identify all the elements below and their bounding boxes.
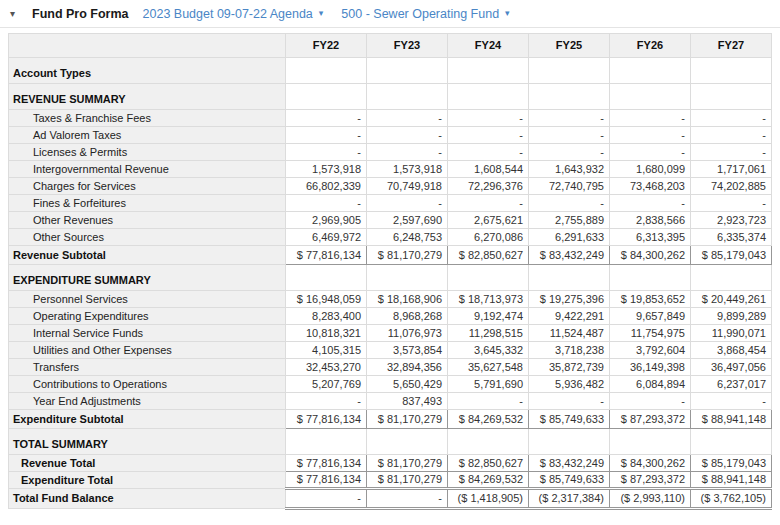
data-cell: $ 85,179,043 [691, 246, 772, 265]
row-label: Expenditure Total [9, 472, 286, 489]
row-label: Account Types [9, 58, 286, 84]
data-cell: $ 88,941,148 [691, 472, 772, 489]
column-header-fy26: FY26 [610, 34, 691, 58]
column-header-fy23: FY23 [367, 34, 448, 58]
table-row: REVENUE SUMMARY [9, 84, 772, 110]
data-cell: 35,872,739 [529, 359, 610, 376]
data-cell: - [610, 110, 691, 127]
data-cell: 11,754,975 [610, 325, 691, 342]
budget-selector-dropdown[interactable]: 2023 Budget 09-07-22 Agenda ▾ [143, 7, 324, 21]
data-cell: $ 20,449,261 [691, 291, 772, 308]
data-cell: 3,792,604 [610, 342, 691, 359]
data-cell: 72,296,376 [448, 178, 529, 195]
data-cell: - [691, 127, 772, 144]
table-row: Other Revenues2,969,9052,597,6902,675,62… [9, 212, 772, 229]
table-body: Account TypesREVENUE SUMMARYTaxes & Fran… [9, 58, 772, 509]
table-row: Licenses & Permits------ [9, 144, 772, 161]
data-cell: 4,105,315 [286, 342, 367, 359]
data-cell: - [610, 127, 691, 144]
fund-selector-dropdown[interactable]: 500 - Sewer Operating Fund ▾ [341, 7, 509, 21]
data-cell [286, 84, 367, 110]
row-label: Other Revenues [9, 212, 286, 229]
data-cell: 11,076,973 [367, 325, 448, 342]
row-label: Other Sources [9, 229, 286, 246]
row-label: Intergovernmental Revenue [9, 161, 286, 178]
data-cell: $ 84,269,532 [448, 472, 529, 489]
data-cell: $ 85,749,633 [529, 472, 610, 489]
data-cell: 2,675,621 [448, 212, 529, 229]
data-cell: 2,838,566 [610, 212, 691, 229]
page-title: Fund Pro Forma [32, 7, 129, 21]
data-cell [286, 429, 367, 455]
data-cell: 36,497,056 [691, 359, 772, 376]
data-cell: 73,468,203 [610, 178, 691, 195]
data-cell: ($ 3,762,105) [691, 489, 772, 509]
data-cell: $ 84,300,262 [610, 246, 691, 265]
data-cell: 6,313,395 [610, 229, 691, 246]
data-cell [448, 58, 529, 84]
data-cell: $ 18,713,973 [448, 291, 529, 308]
table-row: Transfers32,453,27032,894,35635,627,5483… [9, 359, 772, 376]
row-label: Taxes & Franchise Fees [9, 110, 286, 127]
data-cell: $ 84,269,532 [448, 410, 529, 429]
data-cell [691, 429, 772, 455]
column-header-fy22: FY22 [286, 34, 367, 58]
data-cell: - [529, 393, 610, 410]
data-cell [529, 58, 610, 84]
data-cell: $ 82,850,627 [448, 246, 529, 265]
row-label: Transfers [9, 359, 286, 376]
data-cell: - [286, 144, 367, 161]
column-header-fy25: FY25 [529, 34, 610, 58]
data-cell: $ 19,853,652 [610, 291, 691, 308]
row-label: Ad Valorem Taxes [9, 127, 286, 144]
table-row: Operating Expenditures8,283,4008,968,268… [9, 308, 772, 325]
row-label: Expenditure Subtotal [9, 410, 286, 429]
table-row: Total Fund Balance--($ 1,418,905)($ 2,31… [9, 489, 772, 509]
table-row: EXPENDITURE SUMMARY [9, 265, 772, 291]
data-cell: $ 88,941,148 [691, 410, 772, 429]
data-cell: - [367, 489, 448, 509]
data-cell: ($ 2,317,384) [529, 489, 610, 509]
data-cell [286, 58, 367, 84]
table-row: Revenue Subtotal$ 77,816,134$ 81,170,279… [9, 246, 772, 265]
data-cell: 8,968,268 [367, 308, 448, 325]
data-cell: $ 19,275,396 [529, 291, 610, 308]
fund-pro-forma-table: FY22FY23FY24FY25FY26FY27 Account TypesRE… [8, 33, 772, 510]
row-label: Contributions to Operations [9, 376, 286, 393]
data-cell: $ 81,170,279 [367, 410, 448, 429]
data-cell: 2,969,905 [286, 212, 367, 229]
data-cell [367, 429, 448, 455]
data-cell: $ 16,948,059 [286, 291, 367, 308]
data-cell: 5,936,482 [529, 376, 610, 393]
data-cell: 9,192,474 [448, 308, 529, 325]
data-cell: 1,643,932 [529, 161, 610, 178]
table-row: Internal Service Funds10,818,32111,076,9… [9, 325, 772, 342]
data-cell: 8,283,400 [286, 308, 367, 325]
data-cell: 72,740,795 [529, 178, 610, 195]
row-label: Licenses & Permits [9, 144, 286, 161]
data-cell: 3,573,854 [367, 342, 448, 359]
data-cell: - [529, 144, 610, 161]
data-cell: $ 84,300,262 [610, 455, 691, 472]
table-row: Other Sources6,469,9726,248,7536,270,086… [9, 229, 772, 246]
collapse-caret-icon[interactable]: ▾ [10, 9, 24, 19]
data-cell: 5,207,769 [286, 376, 367, 393]
table-row: Expenditure Subtotal$ 77,816,134$ 81,170… [9, 410, 772, 429]
data-cell: 2,597,690 [367, 212, 448, 229]
data-cell: $ 77,816,134 [286, 472, 367, 489]
data-cell: - [529, 195, 610, 212]
row-label: Revenue Subtotal [9, 246, 286, 265]
budget-selector-label: 2023 Budget 09-07-22 Agenda [143, 7, 313, 21]
data-cell [529, 265, 610, 291]
data-cell: 1,717,061 [691, 161, 772, 178]
data-cell: - [448, 144, 529, 161]
data-cell: $ 18,168,906 [367, 291, 448, 308]
table-row: TOTAL SUMMARY [9, 429, 772, 455]
data-cell [691, 58, 772, 84]
data-cell: $ 85,179,043 [691, 455, 772, 472]
data-cell: ($ 2,993,110) [610, 489, 691, 509]
data-cell: 5,791,690 [448, 376, 529, 393]
data-cell: - [691, 110, 772, 127]
data-cell: ($ 1,418,905) [448, 489, 529, 509]
data-cell: 11,990,071 [691, 325, 772, 342]
